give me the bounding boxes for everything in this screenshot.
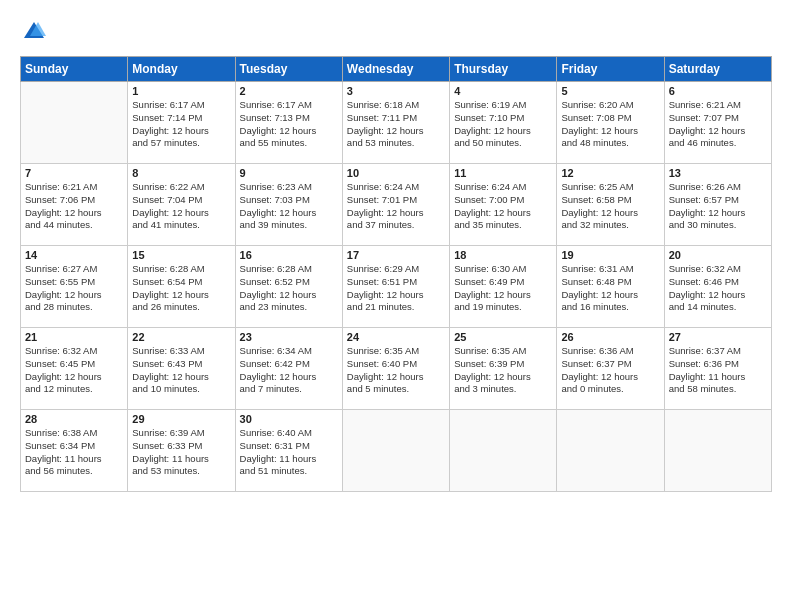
day-info: Sunrise: 6:32 AM Sunset: 6:45 PM Dayligh…: [25, 345, 123, 396]
day-cell: 28Sunrise: 6:38 AM Sunset: 6:34 PM Dayli…: [21, 410, 128, 492]
day-number: 27: [669, 331, 767, 343]
day-info: Sunrise: 6:34 AM Sunset: 6:42 PM Dayligh…: [240, 345, 338, 396]
day-number: 20: [669, 249, 767, 261]
day-number: 7: [25, 167, 123, 179]
day-cell: 26Sunrise: 6:36 AM Sunset: 6:37 PM Dayli…: [557, 328, 664, 410]
day-number: 19: [561, 249, 659, 261]
day-number: 15: [132, 249, 230, 261]
weekday-thursday: Thursday: [450, 57, 557, 82]
day-number: 13: [669, 167, 767, 179]
day-cell: 17Sunrise: 6:29 AM Sunset: 6:51 PM Dayli…: [342, 246, 449, 328]
day-info: Sunrise: 6:21 AM Sunset: 7:07 PM Dayligh…: [669, 99, 767, 150]
day-info: Sunrise: 6:26 AM Sunset: 6:57 PM Dayligh…: [669, 181, 767, 232]
day-cell: 22Sunrise: 6:33 AM Sunset: 6:43 PM Dayli…: [128, 328, 235, 410]
day-number: 14: [25, 249, 123, 261]
day-info: Sunrise: 6:27 AM Sunset: 6:55 PM Dayligh…: [25, 263, 123, 314]
day-number: 29: [132, 413, 230, 425]
day-cell: 27Sunrise: 6:37 AM Sunset: 6:36 PM Dayli…: [664, 328, 771, 410]
day-cell: 16Sunrise: 6:28 AM Sunset: 6:52 PM Dayli…: [235, 246, 342, 328]
day-cell: [450, 410, 557, 492]
day-number: 21: [25, 331, 123, 343]
day-number: 18: [454, 249, 552, 261]
day-number: 17: [347, 249, 445, 261]
day-info: Sunrise: 6:33 AM Sunset: 6:43 PM Dayligh…: [132, 345, 230, 396]
day-cell: 15Sunrise: 6:28 AM Sunset: 6:54 PM Dayli…: [128, 246, 235, 328]
day-cell: [21, 82, 128, 164]
day-number: 6: [669, 85, 767, 97]
day-cell: 14Sunrise: 6:27 AM Sunset: 6:55 PM Dayli…: [21, 246, 128, 328]
day-cell: 24Sunrise: 6:35 AM Sunset: 6:40 PM Dayli…: [342, 328, 449, 410]
day-number: 3: [347, 85, 445, 97]
day-cell: [557, 410, 664, 492]
day-number: 16: [240, 249, 338, 261]
day-info: Sunrise: 6:20 AM Sunset: 7:08 PM Dayligh…: [561, 99, 659, 150]
week-row-4: 21Sunrise: 6:32 AM Sunset: 6:45 PM Dayli…: [21, 328, 772, 410]
day-number: 1: [132, 85, 230, 97]
day-number: 11: [454, 167, 552, 179]
day-number: 2: [240, 85, 338, 97]
day-number: 5: [561, 85, 659, 97]
day-cell: 11Sunrise: 6:24 AM Sunset: 7:00 PM Dayli…: [450, 164, 557, 246]
page: SundayMondayTuesdayWednesdayThursdayFrid…: [0, 0, 792, 612]
day-number: 24: [347, 331, 445, 343]
day-number: 12: [561, 167, 659, 179]
day-number: 28: [25, 413, 123, 425]
day-info: Sunrise: 6:28 AM Sunset: 6:52 PM Dayligh…: [240, 263, 338, 314]
day-info: Sunrise: 6:23 AM Sunset: 7:03 PM Dayligh…: [240, 181, 338, 232]
day-info: Sunrise: 6:35 AM Sunset: 6:40 PM Dayligh…: [347, 345, 445, 396]
day-cell: 29Sunrise: 6:39 AM Sunset: 6:33 PM Dayli…: [128, 410, 235, 492]
day-info: Sunrise: 6:24 AM Sunset: 7:00 PM Dayligh…: [454, 181, 552, 232]
day-cell: 8Sunrise: 6:22 AM Sunset: 7:04 PM Daylig…: [128, 164, 235, 246]
day-number: 26: [561, 331, 659, 343]
logo-icon: [20, 18, 48, 46]
day-number: 23: [240, 331, 338, 343]
week-row-5: 28Sunrise: 6:38 AM Sunset: 6:34 PM Dayli…: [21, 410, 772, 492]
day-info: Sunrise: 6:21 AM Sunset: 7:06 PM Dayligh…: [25, 181, 123, 232]
day-info: Sunrise: 6:24 AM Sunset: 7:01 PM Dayligh…: [347, 181, 445, 232]
week-row-2: 7Sunrise: 6:21 AM Sunset: 7:06 PM Daylig…: [21, 164, 772, 246]
week-row-3: 14Sunrise: 6:27 AM Sunset: 6:55 PM Dayli…: [21, 246, 772, 328]
day-cell: 9Sunrise: 6:23 AM Sunset: 7:03 PM Daylig…: [235, 164, 342, 246]
day-number: 10: [347, 167, 445, 179]
day-cell: 13Sunrise: 6:26 AM Sunset: 6:57 PM Dayli…: [664, 164, 771, 246]
header: [20, 18, 772, 46]
day-cell: 10Sunrise: 6:24 AM Sunset: 7:01 PM Dayli…: [342, 164, 449, 246]
day-cell: 12Sunrise: 6:25 AM Sunset: 6:58 PM Dayli…: [557, 164, 664, 246]
day-number: 4: [454, 85, 552, 97]
weekday-tuesday: Tuesday: [235, 57, 342, 82]
day-cell: 21Sunrise: 6:32 AM Sunset: 6:45 PM Dayli…: [21, 328, 128, 410]
day-info: Sunrise: 6:22 AM Sunset: 7:04 PM Dayligh…: [132, 181, 230, 232]
day-cell: [342, 410, 449, 492]
day-number: 9: [240, 167, 338, 179]
week-row-1: 1Sunrise: 6:17 AM Sunset: 7:14 PM Daylig…: [21, 82, 772, 164]
day-cell: 25Sunrise: 6:35 AM Sunset: 6:39 PM Dayli…: [450, 328, 557, 410]
weekday-friday: Friday: [557, 57, 664, 82]
day-info: Sunrise: 6:30 AM Sunset: 6:49 PM Dayligh…: [454, 263, 552, 314]
day-cell: 2Sunrise: 6:17 AM Sunset: 7:13 PM Daylig…: [235, 82, 342, 164]
day-number: 25: [454, 331, 552, 343]
weekday-monday: Monday: [128, 57, 235, 82]
day-info: Sunrise: 6:17 AM Sunset: 7:14 PM Dayligh…: [132, 99, 230, 150]
calendar-table: SundayMondayTuesdayWednesdayThursdayFrid…: [20, 56, 772, 492]
day-cell: 23Sunrise: 6:34 AM Sunset: 6:42 PM Dayli…: [235, 328, 342, 410]
day-cell: 30Sunrise: 6:40 AM Sunset: 6:31 PM Dayli…: [235, 410, 342, 492]
day-cell: 4Sunrise: 6:19 AM Sunset: 7:10 PM Daylig…: [450, 82, 557, 164]
day-info: Sunrise: 6:17 AM Sunset: 7:13 PM Dayligh…: [240, 99, 338, 150]
day-info: Sunrise: 6:25 AM Sunset: 6:58 PM Dayligh…: [561, 181, 659, 232]
day-info: Sunrise: 6:38 AM Sunset: 6:34 PM Dayligh…: [25, 427, 123, 478]
day-cell: 3Sunrise: 6:18 AM Sunset: 7:11 PM Daylig…: [342, 82, 449, 164]
day-info: Sunrise: 6:31 AM Sunset: 6:48 PM Dayligh…: [561, 263, 659, 314]
day-info: Sunrise: 6:40 AM Sunset: 6:31 PM Dayligh…: [240, 427, 338, 478]
day-info: Sunrise: 6:39 AM Sunset: 6:33 PM Dayligh…: [132, 427, 230, 478]
day-info: Sunrise: 6:18 AM Sunset: 7:11 PM Dayligh…: [347, 99, 445, 150]
day-info: Sunrise: 6:28 AM Sunset: 6:54 PM Dayligh…: [132, 263, 230, 314]
day-number: 22: [132, 331, 230, 343]
day-cell: 1Sunrise: 6:17 AM Sunset: 7:14 PM Daylig…: [128, 82, 235, 164]
day-cell: 5Sunrise: 6:20 AM Sunset: 7:08 PM Daylig…: [557, 82, 664, 164]
day-cell: 18Sunrise: 6:30 AM Sunset: 6:49 PM Dayli…: [450, 246, 557, 328]
day-number: 30: [240, 413, 338, 425]
day-info: Sunrise: 6:37 AM Sunset: 6:36 PM Dayligh…: [669, 345, 767, 396]
day-cell: 19Sunrise: 6:31 AM Sunset: 6:48 PM Dayli…: [557, 246, 664, 328]
weekday-saturday: Saturday: [664, 57, 771, 82]
weekday-header-row: SundayMondayTuesdayWednesdayThursdayFrid…: [21, 57, 772, 82]
